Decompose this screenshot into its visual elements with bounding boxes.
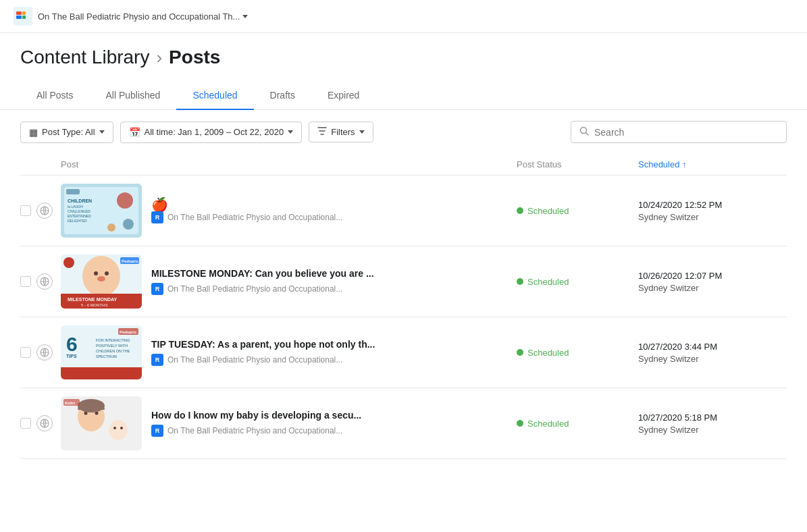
svg-text:to LAUGH: to LAUGH — [68, 205, 83, 209]
table-row: Kidiri How do I know my baby is developi… — [20, 388, 787, 459]
tab-expired[interactable]: Expired — [311, 82, 375, 110]
svg-text:CHILDREN: CHILDREN — [68, 198, 92, 203]
row-checkbox[interactable] — [20, 276, 31, 287]
table-row: Pediatric 6 TIPS FOR INTERACTING POSITIV… — [20, 317, 787, 388]
scheduled-date: 10/26/2020 12:07 PM — [638, 271, 787, 281]
scheduled-author: Sydney Switzer — [638, 354, 787, 364]
row-checkbox[interactable] — [20, 418, 31, 429]
post-thumbnail: CHILDREN to LAUGH CHALLENGED ENTERTAINED… — [61, 184, 142, 238]
post-thumbnail: Pediatric MILESTONE MONDAY 5 - 6 MONTHS — [61, 255, 142, 309]
row-checkbox[interactable] — [20, 347, 31, 358]
page-logo: R — [151, 283, 163, 295]
tab-all-published[interactable]: All Published — [89, 82, 176, 110]
toolbar: ▦ Post Type: All 📅 All time: Jan 1, 2009… — [0, 110, 807, 154]
globe-icon — [36, 344, 53, 361]
post-content: TIP TUESDAY: As a parent, you hope not o… — [151, 339, 503, 366]
row-controls — [20, 273, 61, 290]
filters-chevron — [359, 130, 365, 134]
svg-text:FOR INTERACTING: FOR INTERACTING — [96, 338, 130, 342]
post-thumbnail: Kidiri — [61, 396, 142, 450]
globe-icon — [36, 415, 53, 431]
svg-point-47 — [113, 427, 116, 429]
tab-scheduled[interactable]: Scheduled — [176, 82, 253, 110]
scheduled-date: 10/27/2020 5:18 PM — [638, 413, 787, 423]
post-thumbnail: Pediatric 6 TIPS FOR INTERACTING POSITIV… — [61, 325, 142, 379]
post-emoji: 🍎 — [151, 198, 503, 211]
tabs-container: All Posts All Published Scheduled Drafts… — [0, 82, 807, 110]
scheduled-author: Sydney Switzer — [638, 283, 787, 293]
svg-text:ENTERTAINED: ENTERTAINED — [68, 214, 91, 218]
account-selector[interactable]: On The Ball Pediatric Physio and Occupat… — [38, 11, 248, 22]
post-type-filter[interactable]: ▦ Post Type: All — [20, 122, 113, 143]
post-account: On The Ball Pediatric Physio and Occupat… — [167, 426, 342, 435]
status-label: Scheduled — [527, 277, 569, 287]
svg-rect-39 — [61, 367, 142, 379]
row-controls — [20, 415, 61, 431]
post-title: How do I know my baby is developing a se… — [151, 410, 503, 421]
post-type-icon: ▦ — [29, 127, 38, 138]
post-meta: R On The Ball Pediatric Physio and Occup… — [151, 211, 503, 223]
svg-text:MILESTONE MONDAY: MILESTONE MONDAY — [68, 297, 117, 302]
page-logo: R — [151, 211, 163, 223]
post-account: On The Ball Pediatric Physio and Occupat… — [167, 355, 342, 365]
scheduled-cell: 10/27/2020 3:44 PM Sydney Switzer — [638, 342, 787, 364]
scheduled-author: Sydney Switzer — [638, 212, 787, 222]
header-checkbox-col — [20, 159, 61, 169]
chevron-down-icon — [242, 15, 248, 18]
date-range-filter[interactable]: 📅 All time: Jan 1, 2009 – Oct 22, 2020 — [120, 122, 303, 143]
status-cell: Scheduled — [517, 277, 638, 287]
page-header: Content Library › Posts — [0, 33, 807, 75]
status-cell: Scheduled — [517, 348, 638, 358]
svg-point-48 — [120, 427, 123, 429]
status-cell: Scheduled — [517, 206, 638, 216]
filters-label: Filters — [331, 127, 355, 137]
search-input[interactable] — [594, 127, 778, 138]
scheduled-cell: 10/24/2020 12:52 PM Sydney Switzer — [638, 200, 787, 222]
svg-rect-8 — [66, 189, 80, 194]
search-icon — [579, 126, 589, 138]
breadcrumb-separator: › — [156, 47, 162, 68]
post-title: TIP TUESDAY: As a parent, you hope not o… — [151, 339, 503, 350]
globe-icon — [36, 273, 53, 290]
post-account: On The Ball Pediatric Physio and Occupat… — [167, 213, 342, 222]
status-dot — [517, 420, 523, 427]
svg-text:Kidiri: Kidiri — [65, 401, 76, 405]
post-meta: R On The Ball Pediatric Physio and Occup… — [151, 283, 503, 295]
filters-button[interactable]: Filters — [309, 122, 373, 142]
status-dot — [517, 278, 523, 285]
svg-text:CHALLENGED: CHALLENGED — [68, 209, 90, 213]
scheduled-cell: 10/27/2020 5:18 PM Sydney Switzer — [638, 413, 787, 435]
svg-rect-3 — [22, 16, 26, 19]
account-name: On The Ball Pediatric Physio and Occupat… — [38, 11, 240, 22]
svg-point-28 — [63, 257, 74, 268]
post-cell: Kidiri How do I know my baby is developi… — [61, 396, 517, 450]
page-logo: R — [151, 354, 163, 366]
status-cell: Scheduled — [517, 419, 638, 429]
svg-text:6: 6 — [66, 333, 78, 355]
svg-text:TIPS: TIPS — [66, 354, 77, 358]
svg-text:POSITIVELY WITH: POSITIVELY WITH — [96, 344, 128, 348]
row-checkbox[interactable] — [20, 205, 31, 216]
date-range-chevron — [288, 130, 293, 134]
header-scheduled-col[interactable]: Scheduled ↑ — [638, 159, 787, 169]
svg-text:Pediatric: Pediatric — [122, 259, 139, 263]
breadcrumb-parent: Content Library — [20, 47, 149, 68]
svg-point-20 — [94, 271, 98, 275]
post-content: How do I know my baby is developing a se… — [151, 410, 503, 437]
status-label: Scheduled — [527, 206, 569, 216]
date-range-label: All time: Jan 1, 2009 – Oct 22, 2020 — [145, 127, 284, 137]
header-status-col: Post Status — [517, 159, 638, 169]
post-meta: R On The Ball Pediatric Physio and Occup… — [151, 354, 503, 366]
post-content: 🍎 R On The Ball Pediatric Physio and Occ… — [151, 198, 503, 223]
table-row: CHILDREN to LAUGH CHALLENGED ENTERTAINED… — [20, 176, 787, 246]
tab-drafts[interactable]: Drafts — [254, 82, 311, 110]
svg-rect-1 — [16, 16, 22, 19]
post-account: On The Ball Pediatric Physio and Occupat… — [167, 284, 342, 294]
content-table: Post Post Status Scheduled ↑ — [0, 154, 807, 459]
svg-point-21 — [105, 271, 109, 275]
post-content: MILESTONE MONDAY: Can you believe you ar… — [151, 268, 503, 295]
header-post-col: Post — [61, 159, 517, 169]
svg-text:SPECTRUM: SPECTRUM — [96, 354, 117, 358]
tab-all-posts[interactable]: All Posts — [20, 82, 89, 110]
status-label: Scheduled — [527, 419, 569, 429]
